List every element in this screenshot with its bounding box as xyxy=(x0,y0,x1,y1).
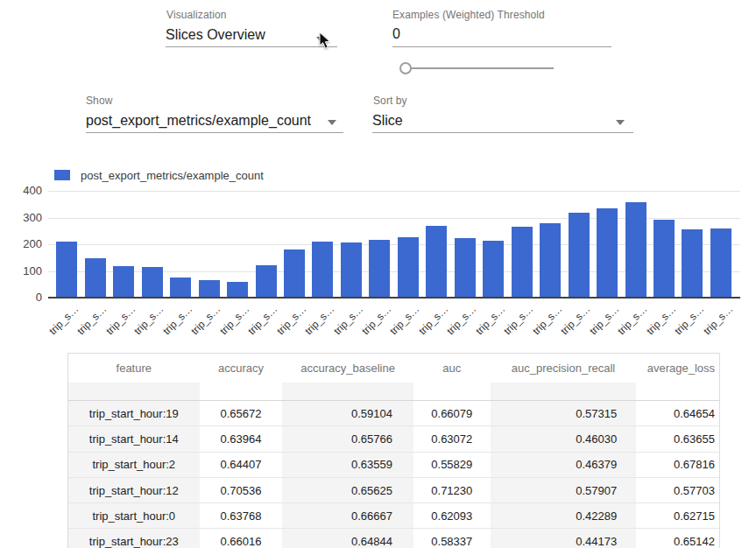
chart-bar[interactable] xyxy=(455,238,476,297)
chart-bar[interactable] xyxy=(682,229,703,297)
x-axis-tick-label: trip_s… xyxy=(388,303,422,337)
chart-bar[interactable] xyxy=(483,241,504,297)
chart-bar[interactable] xyxy=(113,266,134,297)
column-header-accuracy_baseline[interactable]: accuracy_baseline xyxy=(282,354,413,383)
chart-bar[interactable] xyxy=(569,213,590,297)
column-header-accuracy[interactable]: accuracy xyxy=(200,354,283,383)
table-filter-row xyxy=(68,383,719,401)
chart-bar[interactable] xyxy=(398,237,419,297)
chart-bar[interactable] xyxy=(710,228,731,297)
table-cell: 0.55829 xyxy=(413,453,491,477)
table-cell: trip_start_hour:12 xyxy=(68,478,200,502)
column-header-feature[interactable]: feature xyxy=(68,354,200,383)
table-cell: 0.65766 xyxy=(282,426,413,451)
y-axis-tick-label: 100 xyxy=(7,264,42,278)
column-header-auc[interactable]: auc xyxy=(413,354,491,383)
table-cell: 0.57315 xyxy=(491,401,637,425)
chart-bar[interactable] xyxy=(512,227,533,297)
chart-bar[interactable] xyxy=(142,267,163,297)
table-cell: 0.46379 xyxy=(491,453,637,477)
filter-cell xyxy=(413,383,491,400)
x-axis-tick-label: trip_s… xyxy=(302,303,336,337)
table-row: trip_start_hour:120.705360.656250.712300… xyxy=(68,478,719,503)
chart-bar[interactable] xyxy=(284,249,305,297)
x-axis-tick-label: trip_s… xyxy=(217,303,251,337)
table-row: trip_start_hour:230.660160.648440.583370… xyxy=(68,529,719,548)
x-axis-tick-label: trip_s… xyxy=(274,303,308,337)
gridline xyxy=(48,191,740,192)
chart-bar[interactable] xyxy=(597,208,618,297)
chart-bar[interactable] xyxy=(341,242,362,297)
chart-bar[interactable] xyxy=(540,223,561,297)
x-axis-tick-label: trip_s… xyxy=(530,303,564,337)
chart-bar[interactable] xyxy=(56,242,77,297)
table-cell: 0.66079 xyxy=(413,401,491,425)
table-row: trip_start_hour:190.656720.591040.660790… xyxy=(68,401,719,426)
y-axis-tick-label: 200 xyxy=(7,237,42,250)
x-axis-tick-label: trip_s… xyxy=(444,303,478,337)
x-axis-tick-label: trip_s… xyxy=(188,303,223,337)
table-cell: 0.42289 xyxy=(491,503,637,528)
y-axis-tick-label: 0 xyxy=(7,291,42,304)
filter-cell xyxy=(491,383,637,400)
table-cell: 0.63072 xyxy=(413,426,491,451)
chart-bar[interactable] xyxy=(85,258,106,297)
metrics-table: featureaccuracyaccuracy_baselineaucauc_p… xyxy=(67,353,720,548)
table-cell: 0.66016 xyxy=(200,529,283,548)
chart-bar[interactable] xyxy=(170,278,191,297)
chart-bar[interactable] xyxy=(227,282,248,297)
table-cell: 0.63964 xyxy=(200,426,283,451)
table-cell: trip_start_hour:19 xyxy=(68,401,200,425)
table-cell: 0.64407 xyxy=(200,453,283,477)
table-row: trip_start_hour:140.639640.657660.630720… xyxy=(68,426,719,452)
table-row: trip_start_hour:00.637680.666670.620930.… xyxy=(68,503,719,529)
table-cell: 0.65625 xyxy=(282,478,413,502)
table-cell: 0.65142 xyxy=(636,529,719,548)
table-cell: trip_start_hour:2 xyxy=(68,453,200,477)
x-axis-tick-label: trip_s… xyxy=(131,303,166,337)
table-cell: trip_start_hour:14 xyxy=(68,426,200,451)
x-axis-tick-label: trip_s… xyxy=(75,303,110,337)
filter-cell xyxy=(200,383,283,400)
filter-cell xyxy=(636,383,719,400)
table-cell: 0.63768 xyxy=(200,503,283,528)
slices-overview-page: Visualization Slices Overview Examples (… xyxy=(0,0,756,548)
filter-cell xyxy=(68,383,200,400)
x-axis-tick-label: trip_s… xyxy=(473,303,507,337)
chart-bar[interactable] xyxy=(369,240,390,297)
table-cell: 0.57907 xyxy=(491,478,637,502)
table-cell: 0.44173 xyxy=(491,529,637,548)
x-axis-tick-label: trip_s… xyxy=(245,303,279,337)
chart-bar[interactable] xyxy=(625,202,646,297)
table-cell: 0.64654 xyxy=(636,401,719,425)
chart-bar[interactable] xyxy=(199,280,220,297)
table-cell: 0.57703 xyxy=(636,478,719,502)
chart-bar[interactable] xyxy=(312,242,333,297)
table-cell: 0.59104 xyxy=(282,401,413,425)
table-cell: 0.65672 xyxy=(200,401,283,425)
table-cell: 0.67816 xyxy=(636,453,719,477)
x-axis-tick-label: trip_s… xyxy=(46,303,81,337)
table-cell: 0.62715 xyxy=(636,503,719,528)
x-axis-tick-label: trip_s… xyxy=(331,303,365,337)
x-axis-tick-label: trip_s… xyxy=(558,303,592,337)
x-axis-tick-label: trip_s… xyxy=(644,303,678,337)
table-header-row: featureaccuracyaccuracy_baselineaucauc_p… xyxy=(68,354,719,383)
table-cell: 0.64844 xyxy=(282,529,413,548)
chart-bar[interactable] xyxy=(256,265,277,297)
table-cell: 0.63559 xyxy=(282,453,413,477)
table-row: trip_start_hour:20.644070.635590.558290.… xyxy=(68,453,719,478)
column-header-average_loss[interactable]: average_loss xyxy=(636,354,719,383)
table-cell: trip_start_hour:23 xyxy=(68,529,200,548)
x-axis-tick-label: trip_s… xyxy=(587,303,621,337)
y-axis-tick-label: 300 xyxy=(7,211,42,224)
x-axis-tick-label: trip_s… xyxy=(416,303,450,337)
x-axis-baseline xyxy=(48,297,740,299)
x-axis-tick-label: trip_s… xyxy=(615,303,649,337)
chart-bar[interactable] xyxy=(426,226,447,297)
x-axis-tick-label: trip_s… xyxy=(103,303,138,337)
x-axis-tick-label: trip_s… xyxy=(359,303,393,337)
chart-bar[interactable] xyxy=(654,220,675,297)
column-header-auc_precision_recall[interactable]: auc_precision_recall xyxy=(491,354,637,383)
table-cell: 0.71230 xyxy=(413,478,491,502)
